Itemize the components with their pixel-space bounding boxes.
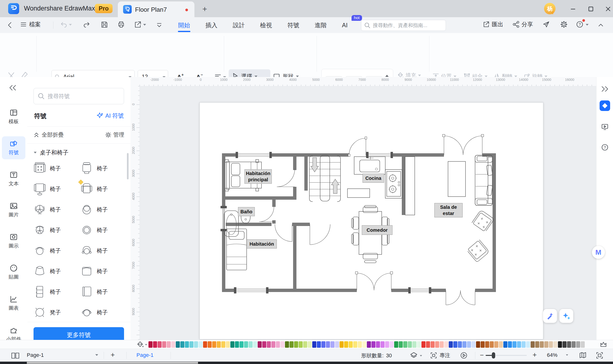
- color-swatch[interactable]: [189, 341, 194, 348]
- color-swatch[interactable]: [253, 341, 257, 348]
- color-swatch[interactable]: [576, 341, 580, 348]
- color-swatch[interactable]: [581, 341, 585, 348]
- symbol-item-horseshoe-chair[interactable]: 椅子: [80, 244, 127, 258]
- color-swatch[interactable]: [230, 341, 235, 348]
- room-label-cocina[interactable]: Cocina: [362, 174, 384, 183]
- color-swatch[interactable]: [490, 341, 494, 348]
- ai-sparkle-button[interactable]: [559, 309, 573, 323]
- symbol-item-ring-chair[interactable]: 椅子: [80, 223, 127, 237]
- color-swatch[interactable]: [540, 341, 544, 348]
- symbol-item-square-chair[interactable]: 椅子: [80, 264, 127, 278]
- new-tab-button[interactable]: +: [202, 4, 207, 14]
- settings-gear-icon[interactable]: [560, 21, 568, 28]
- page-tab-active[interactable]: Page-1: [137, 352, 153, 358]
- maximize-button[interactable]: [587, 5, 594, 13]
- color-swatch[interactable]: [198, 341, 203, 348]
- help-circle-icon[interactable]: ?: [599, 142, 610, 153]
- zoom-in-button[interactable]: +: [532, 351, 537, 359]
- sidebar-item-image[interactable]: 圖片: [2, 198, 25, 221]
- color-swatch[interactable]: [553, 341, 557, 348]
- add-page-button[interactable]: +: [111, 351, 115, 359]
- sidebar-item-sticker[interactable]: 貼圖: [2, 261, 25, 284]
- presentation-icon[interactable]: [599, 121, 610, 132]
- color-swatch[interactable]: [285, 341, 289, 348]
- symbol-item-stool[interactable]: 凳子: [33, 305, 80, 320]
- symbol-search[interactable]: [33, 88, 124, 104]
- canvas-area[interactable]: -2000-1000010002000300040005000600070008…: [130, 77, 596, 340]
- color-swatch[interactable]: [335, 341, 339, 348]
- color-swatch[interactable]: [362, 341, 366, 348]
- send-icon[interactable]: [543, 21, 550, 28]
- back-icon[interactable]: [7, 22, 14, 29]
- zoom-slider-track[interactable]: [486, 355, 527, 356]
- window-bottom-scrollbar[interactable]: [0, 362, 613, 364]
- color-swatch[interactable]: [294, 341, 298, 348]
- color-swatch[interactable]: [299, 341, 303, 348]
- fill-color-tool[interactable]: [137, 341, 148, 348]
- color-swatch[interactable]: [567, 341, 571, 348]
- color-swatch[interactable]: [358, 341, 362, 348]
- menu-tab-開始[interactable]: 開始: [178, 18, 191, 33]
- color-swatch[interactable]: [371, 341, 376, 348]
- symbol-item-tub-chair[interactable]: 椅子: [33, 264, 80, 278]
- page-select[interactable]: Page-1: [27, 352, 44, 358]
- redo-button[interactable]: [83, 21, 90, 28]
- color-swatch[interactable]: [380, 341, 385, 348]
- color-swatch[interactable]: [312, 341, 316, 348]
- color-swatch[interactable]: [267, 341, 271, 348]
- stove[interactable]: [387, 171, 401, 196]
- color-swatch[interactable]: [290, 341, 293, 348]
- color-swatch[interactable]: [258, 341, 262, 348]
- color-swatch[interactable]: [208, 341, 212, 348]
- share-button[interactable]: 分享: [512, 21, 533, 28]
- color-swatch[interactable]: [331, 341, 334, 348]
- color-swatch[interactable]: [221, 341, 225, 348]
- color-swatch[interactable]: [326, 341, 330, 348]
- color-swatch[interactable]: [508, 341, 512, 348]
- symbol-item-office-chair[interactable]: 椅子: [80, 161, 127, 176]
- coffee-table[interactable]: [448, 161, 465, 196]
- help-icon[interactable]: ?: [576, 21, 584, 28]
- color-swatch[interactable]: [317, 341, 321, 348]
- color-swatch[interactable]: [499, 341, 503, 348]
- panel-scrollbar[interactable]: [127, 153, 129, 179]
- color-swatch[interactable]: [158, 341, 162, 348]
- zoom-slider-thumb[interactable]: [492, 352, 495, 359]
- color-swatch[interactable]: [148, 341, 153, 348]
- save-button[interactable]: [101, 21, 108, 28]
- global-search[interactable]: [361, 20, 446, 31]
- menu-tab-AI[interactable]: AIhot: [341, 18, 348, 32]
- pro-badge[interactable]: Pro: [95, 4, 112, 13]
- symbol-item-roundback-chair[interactable]: 椅子: [80, 305, 127, 320]
- color-swatch[interactable]: [340, 341, 344, 348]
- color-swatch[interactable]: [472, 341, 475, 348]
- sidebar-item-icons[interactable]: 圖示: [2, 230, 25, 253]
- color-swatch[interactable]: [481, 341, 485, 348]
- collapse-all-button[interactable]: 全部折疊: [33, 131, 64, 139]
- color-swatch[interactable]: [171, 341, 175, 348]
- share-file-button[interactable]: [134, 21, 146, 28]
- color-swatch[interactable]: [235, 341, 239, 348]
- color-swatch[interactable]: [212, 341, 216, 348]
- color-swatch[interactable]: [194, 341, 198, 348]
- color-swatch[interactable]: [203, 341, 207, 348]
- sidebar-item-chart[interactable]: 圖表: [2, 292, 25, 315]
- color-swatch[interactable]: [344, 341, 348, 348]
- color-swatch[interactable]: [431, 341, 435, 348]
- color-swatch[interactable]: [544, 341, 548, 348]
- color-swatch[interactable]: [421, 341, 426, 348]
- stairs[interactable]: [309, 155, 340, 202]
- close-button[interactable]: [604, 5, 612, 13]
- color-swatch[interactable]: [571, 341, 576, 348]
- color-swatch[interactable]: [244, 341, 248, 348]
- print-button[interactable]: [117, 21, 125, 28]
- sidebar-item-template[interactable]: 模板: [2, 105, 25, 128]
- zoom-caret[interactable]: [566, 354, 568, 356]
- ai-assistant-logo[interactable]: M: [592, 246, 605, 259]
- color-swatch[interactable]: [376, 341, 380, 348]
- color-swatch[interactable]: [162, 341, 166, 348]
- menu-tab-設計[interactable]: 設計: [232, 18, 245, 33]
- color-swatch[interactable]: [549, 341, 553, 348]
- zoom-level[interactable]: 64%: [547, 352, 557, 358]
- kitchen-sink[interactable]: [354, 157, 385, 174]
